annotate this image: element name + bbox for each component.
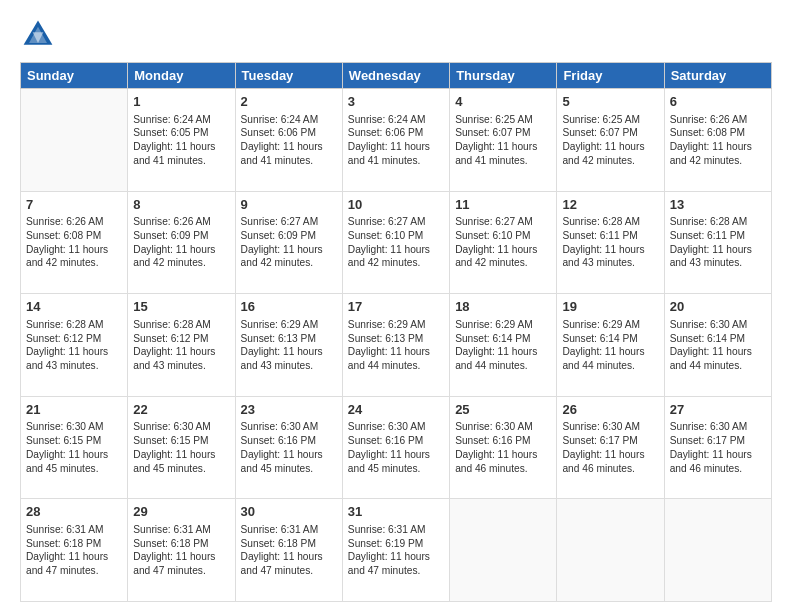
calendar-cell: 22Sunrise: 6:30 AM Sunset: 6:15 PM Dayli… xyxy=(128,396,235,499)
calendar: SundayMondayTuesdayWednesdayThursdayFrid… xyxy=(20,62,772,602)
weekday-wednesday: Wednesday xyxy=(342,63,449,89)
day-info: Sunrise: 6:25 AM Sunset: 6:07 PM Dayligh… xyxy=(455,113,551,168)
day-info: Sunrise: 6:31 AM Sunset: 6:18 PM Dayligh… xyxy=(241,523,337,578)
week-row-1: 7Sunrise: 6:26 AM Sunset: 6:08 PM Daylig… xyxy=(21,191,772,294)
calendar-cell: 21Sunrise: 6:30 AM Sunset: 6:15 PM Dayli… xyxy=(21,396,128,499)
calendar-cell: 12Sunrise: 6:28 AM Sunset: 6:11 PM Dayli… xyxy=(557,191,664,294)
day-info: Sunrise: 6:30 AM Sunset: 6:17 PM Dayligh… xyxy=(670,420,766,475)
logo-icon xyxy=(20,16,56,52)
day-number: 27 xyxy=(670,401,766,419)
day-number: 17 xyxy=(348,298,444,316)
logo xyxy=(20,16,60,52)
calendar-cell: 15Sunrise: 6:28 AM Sunset: 6:12 PM Dayli… xyxy=(128,294,235,397)
page: SundayMondayTuesdayWednesdayThursdayFrid… xyxy=(0,0,792,612)
calendar-cell: 1Sunrise: 6:24 AM Sunset: 6:05 PM Daylig… xyxy=(128,89,235,192)
day-info: Sunrise: 6:29 AM Sunset: 6:13 PM Dayligh… xyxy=(241,318,337,373)
weekday-monday: Monday xyxy=(128,63,235,89)
day-info: Sunrise: 6:31 AM Sunset: 6:18 PM Dayligh… xyxy=(26,523,122,578)
calendar-cell xyxy=(450,499,557,602)
calendar-cell: 20Sunrise: 6:30 AM Sunset: 6:14 PM Dayli… xyxy=(664,294,771,397)
day-info: Sunrise: 6:30 AM Sunset: 6:15 PM Dayligh… xyxy=(133,420,229,475)
calendar-cell: 6Sunrise: 6:26 AM Sunset: 6:08 PM Daylig… xyxy=(664,89,771,192)
day-number: 3 xyxy=(348,93,444,111)
day-number: 16 xyxy=(241,298,337,316)
calendar-cell: 16Sunrise: 6:29 AM Sunset: 6:13 PM Dayli… xyxy=(235,294,342,397)
calendar-cell: 14Sunrise: 6:28 AM Sunset: 6:12 PM Dayli… xyxy=(21,294,128,397)
weekday-friday: Friday xyxy=(557,63,664,89)
day-info: Sunrise: 6:29 AM Sunset: 6:14 PM Dayligh… xyxy=(455,318,551,373)
calendar-cell: 9Sunrise: 6:27 AM Sunset: 6:09 PM Daylig… xyxy=(235,191,342,294)
day-info: Sunrise: 6:24 AM Sunset: 6:06 PM Dayligh… xyxy=(241,113,337,168)
day-number: 6 xyxy=(670,93,766,111)
day-number: 15 xyxy=(133,298,229,316)
day-number: 10 xyxy=(348,196,444,214)
day-number: 1 xyxy=(133,93,229,111)
calendar-cell: 4Sunrise: 6:25 AM Sunset: 6:07 PM Daylig… xyxy=(450,89,557,192)
day-number: 12 xyxy=(562,196,658,214)
calendar-cell: 30Sunrise: 6:31 AM Sunset: 6:18 PM Dayli… xyxy=(235,499,342,602)
day-number: 22 xyxy=(133,401,229,419)
day-info: Sunrise: 6:27 AM Sunset: 6:10 PM Dayligh… xyxy=(348,215,444,270)
week-row-4: 28Sunrise: 6:31 AM Sunset: 6:18 PM Dayli… xyxy=(21,499,772,602)
calendar-cell: 8Sunrise: 6:26 AM Sunset: 6:09 PM Daylig… xyxy=(128,191,235,294)
day-info: Sunrise: 6:31 AM Sunset: 6:19 PM Dayligh… xyxy=(348,523,444,578)
calendar-cell: 5Sunrise: 6:25 AM Sunset: 6:07 PM Daylig… xyxy=(557,89,664,192)
day-info: Sunrise: 6:30 AM Sunset: 6:16 PM Dayligh… xyxy=(241,420,337,475)
calendar-cell: 10Sunrise: 6:27 AM Sunset: 6:10 PM Dayli… xyxy=(342,191,449,294)
day-number: 8 xyxy=(133,196,229,214)
calendar-cell: 19Sunrise: 6:29 AM Sunset: 6:14 PM Dayli… xyxy=(557,294,664,397)
calendar-cell: 18Sunrise: 6:29 AM Sunset: 6:14 PM Dayli… xyxy=(450,294,557,397)
day-info: Sunrise: 6:28 AM Sunset: 6:11 PM Dayligh… xyxy=(670,215,766,270)
day-number: 23 xyxy=(241,401,337,419)
week-row-2: 14Sunrise: 6:28 AM Sunset: 6:12 PM Dayli… xyxy=(21,294,772,397)
day-number: 4 xyxy=(455,93,551,111)
calendar-cell: 25Sunrise: 6:30 AM Sunset: 6:16 PM Dayli… xyxy=(450,396,557,499)
day-number: 5 xyxy=(562,93,658,111)
day-info: Sunrise: 6:24 AM Sunset: 6:05 PM Dayligh… xyxy=(133,113,229,168)
day-number: 19 xyxy=(562,298,658,316)
calendar-cell: 13Sunrise: 6:28 AM Sunset: 6:11 PM Dayli… xyxy=(664,191,771,294)
day-info: Sunrise: 6:27 AM Sunset: 6:10 PM Dayligh… xyxy=(455,215,551,270)
calendar-cell: 11Sunrise: 6:27 AM Sunset: 6:10 PM Dayli… xyxy=(450,191,557,294)
day-info: Sunrise: 6:28 AM Sunset: 6:12 PM Dayligh… xyxy=(26,318,122,373)
calendar-cell: 3Sunrise: 6:24 AM Sunset: 6:06 PM Daylig… xyxy=(342,89,449,192)
calendar-cell xyxy=(664,499,771,602)
day-number: 24 xyxy=(348,401,444,419)
calendar-cell: 7Sunrise: 6:26 AM Sunset: 6:08 PM Daylig… xyxy=(21,191,128,294)
calendar-cell xyxy=(557,499,664,602)
day-number: 2 xyxy=(241,93,337,111)
day-number: 13 xyxy=(670,196,766,214)
calendar-cell: 17Sunrise: 6:29 AM Sunset: 6:13 PM Dayli… xyxy=(342,294,449,397)
day-info: Sunrise: 6:26 AM Sunset: 6:08 PM Dayligh… xyxy=(670,113,766,168)
day-number: 30 xyxy=(241,503,337,521)
day-info: Sunrise: 6:28 AM Sunset: 6:11 PM Dayligh… xyxy=(562,215,658,270)
day-number: 29 xyxy=(133,503,229,521)
day-info: Sunrise: 6:31 AM Sunset: 6:18 PM Dayligh… xyxy=(133,523,229,578)
day-info: Sunrise: 6:30 AM Sunset: 6:15 PM Dayligh… xyxy=(26,420,122,475)
calendar-cell: 24Sunrise: 6:30 AM Sunset: 6:16 PM Dayli… xyxy=(342,396,449,499)
day-info: Sunrise: 6:30 AM Sunset: 6:14 PM Dayligh… xyxy=(670,318,766,373)
day-number: 26 xyxy=(562,401,658,419)
weekday-tuesday: Tuesday xyxy=(235,63,342,89)
weekday-saturday: Saturday xyxy=(664,63,771,89)
day-number: 25 xyxy=(455,401,551,419)
calendar-cell xyxy=(21,89,128,192)
day-number: 14 xyxy=(26,298,122,316)
day-info: Sunrise: 6:29 AM Sunset: 6:14 PM Dayligh… xyxy=(562,318,658,373)
day-number: 21 xyxy=(26,401,122,419)
day-info: Sunrise: 6:28 AM Sunset: 6:12 PM Dayligh… xyxy=(133,318,229,373)
day-info: Sunrise: 6:30 AM Sunset: 6:16 PM Dayligh… xyxy=(455,420,551,475)
day-info: Sunrise: 6:26 AM Sunset: 6:09 PM Dayligh… xyxy=(133,215,229,270)
day-info: Sunrise: 6:29 AM Sunset: 6:13 PM Dayligh… xyxy=(348,318,444,373)
week-row-3: 21Sunrise: 6:30 AM Sunset: 6:15 PM Dayli… xyxy=(21,396,772,499)
day-number: 31 xyxy=(348,503,444,521)
calendar-cell: 27Sunrise: 6:30 AM Sunset: 6:17 PM Dayli… xyxy=(664,396,771,499)
weekday-header: SundayMondayTuesdayWednesdayThursdayFrid… xyxy=(21,63,772,89)
day-info: Sunrise: 6:27 AM Sunset: 6:09 PM Dayligh… xyxy=(241,215,337,270)
day-number: 11 xyxy=(455,196,551,214)
day-number: 28 xyxy=(26,503,122,521)
day-info: Sunrise: 6:30 AM Sunset: 6:16 PM Dayligh… xyxy=(348,420,444,475)
calendar-cell: 26Sunrise: 6:30 AM Sunset: 6:17 PM Dayli… xyxy=(557,396,664,499)
calendar-body: 1Sunrise: 6:24 AM Sunset: 6:05 PM Daylig… xyxy=(21,89,772,602)
day-number: 18 xyxy=(455,298,551,316)
